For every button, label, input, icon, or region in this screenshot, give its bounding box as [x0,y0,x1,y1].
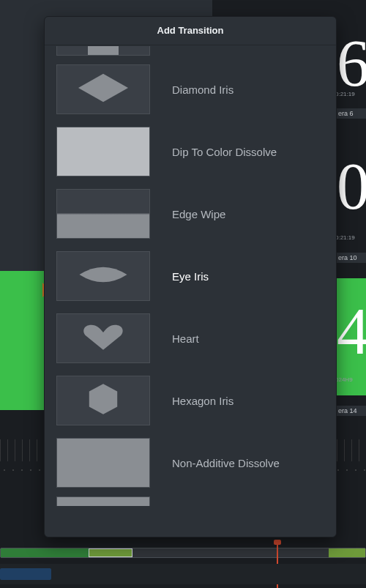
svg-marker-0 [78,74,128,102]
clip-chip: era 14 [335,406,366,416]
transition-thumb [56,64,150,114]
transition-item-cutoff[interactable] [56,45,324,56]
clip-chip: era 10 [335,253,366,263]
clip-segment[interactable] [0,568,51,580]
scrub-segment[interactable] [1,548,89,557]
svg-marker-1 [89,384,117,414]
clip-green-left [0,271,44,410]
transition-label: Dip To Color Dissolve [172,146,277,158]
transition-label: Hexagon Iris [172,395,234,407]
timeline-scrubber[interactable] [0,548,366,558]
transition-item-eye-iris[interactable]: Eye Iris [56,248,324,305]
transition-label: Non-Additive Dissolve [172,457,280,469]
transition-label: Eye Iris [172,270,209,283]
transition-list[interactable]: Diamond Iris Dip To Color Dissolve Edge … [45,45,336,537]
clip-chip: era 6 [335,108,366,119]
transition-label: Edge Wipe [172,208,225,220]
heart-icon [76,319,130,357]
bg-digit: 6 [337,31,366,97]
transition-item-dip-to-color[interactable]: Dip To Color Dissolve [56,123,324,180]
thumb-cutoff [56,46,150,56]
hexagon-icon [83,382,123,420]
transition-thumb [56,127,150,176]
bg-digit: 0 [337,154,366,220]
scrub-viewport[interactable] [89,548,132,557]
bg-timecode: 0:21:19 [335,91,355,97]
transition-item-heart[interactable]: Heart [56,310,324,367]
bg-digit: 4 [337,299,366,365]
transition-thumb [56,313,150,363]
timeline-track[interactable] [0,564,366,584]
transition-thumb [56,376,150,425]
transition-item-cutoff[interactable] [56,496,150,506]
add-transition-modal: Add Transition Diamond Iris [44,16,337,537]
transition-thumb [56,189,150,239]
bg-timecode: 0:21:19 [335,234,355,241]
modal-title: Add Transition [45,17,336,45]
transition-thumb [56,438,150,488]
diamond-icon [76,70,130,108]
transition-item-edge-wipe[interactable]: Edge Wipe [56,185,324,242]
transition-item-hexagon-iris[interactable]: Hexagon Iris [56,372,324,429]
transition-item-diamond-iris[interactable]: Diamond Iris [56,61,324,118]
transition-item-non-additive-dissolve[interactable]: Non-Additive Dissolve [56,434,324,491]
transition-label: Diamond Iris [172,83,234,96]
app-stage: 6 0:21:19 era 6 0 0:21:19 era 10 4 024H9… [0,0,366,588]
bg-timecode: 024H9 [335,376,353,383]
scrub-segment[interactable] [329,548,365,557]
eye-icon [76,257,130,295]
transition-label: Heart [172,332,199,345]
transition-thumb [56,251,150,301]
